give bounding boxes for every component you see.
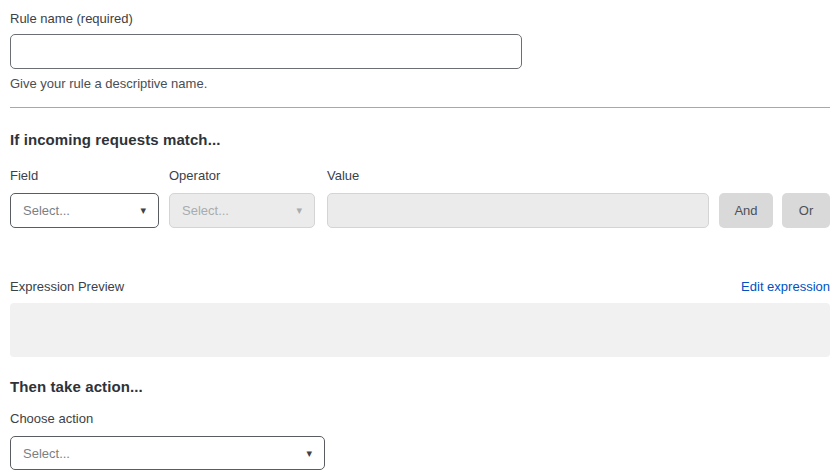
rule-name-section: Rule name (required) Give your rule a de… [10, 11, 830, 91]
or-button[interactable]: Or [782, 193, 830, 228]
rule-name-label: Rule name (required) [10, 11, 830, 26]
rule-name-input[interactable] [10, 34, 522, 69]
match-heading: If incoming requests match... [10, 131, 830, 148]
match-section: If incoming requests match... Field Sele… [10, 131, 830, 228]
firewall-rule-form: Rule name (required) Give your rule a de… [0, 0, 839, 470]
choose-action-select[interactable]: Select... ▾ [10, 436, 325, 470]
field-select-value: Select... [23, 203, 70, 218]
chevron-down-icon: ▾ [140, 205, 146, 216]
choose-action-select-value: Select... [23, 446, 70, 461]
value-column: Value [327, 168, 709, 228]
choose-action-label: Choose action [10, 411, 830, 426]
action-heading: Then take action... [10, 378, 830, 395]
and-button[interactable]: And [719, 193, 773, 228]
expression-preview-label: Expression Preview [10, 279, 124, 294]
field-select[interactable]: Select... ▾ [10, 193, 159, 228]
rule-name-help: Give your rule a descriptive name. [10, 76, 830, 91]
field-column: Field Select... ▾ [10, 168, 159, 228]
chevron-down-icon: ▾ [306, 448, 312, 459]
value-input [327, 193, 709, 228]
operator-column: Operator Select... ▾ [169, 168, 315, 228]
edit-expression-link[interactable]: Edit expression [741, 279, 830, 294]
chevron-down-icon: ▾ [296, 205, 302, 216]
field-label: Field [10, 168, 159, 183]
condition-row: Field Select... ▾ Operator Select... ▾ V… [10, 168, 830, 228]
action-section: Then take action... Choose action Select… [10, 378, 830, 470]
operator-select-value: Select... [182, 203, 229, 218]
value-label: Value [327, 168, 709, 183]
expression-preview-box [10, 303, 830, 357]
operator-label: Operator [169, 168, 315, 183]
section-divider [10, 107, 830, 108]
expression-header: Expression Preview Edit expression [10, 279, 830, 294]
expression-section: Expression Preview Edit expression [10, 279, 830, 357]
operator-select: Select... ▾ [169, 193, 315, 228]
